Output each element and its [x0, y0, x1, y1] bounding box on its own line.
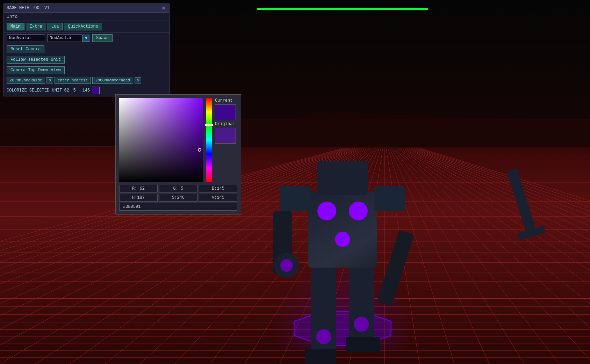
tab-extra[interactable]: Extra [26, 23, 46, 30]
color-swatch[interactable] [92, 87, 100, 94]
g-value[interactable]: G: 5 [159, 185, 197, 192]
tabs-row: Main Extra Lua QuickActions [4, 21, 169, 32]
b-value[interactable]: B:145 [199, 185, 237, 192]
unit1-s-button[interactable]: s [46, 77, 53, 83]
colorize-g: 5 [73, 88, 80, 93]
current-label: Current [215, 98, 237, 103]
enter-nearest-button[interactable]: enter nearest [55, 77, 91, 84]
hue-cursor [205, 124, 213, 126]
s-value[interactable]: S:246 [159, 194, 197, 202]
colorize-b: 145 [82, 88, 90, 93]
tool-titlebar: SAGE-META-TOOL V1 ✕ [4, 4, 169, 13]
tool-window: SAGE-META-TOOL V1 ✕ Info Main Extra Lua … [3, 3, 170, 96]
hue-bar[interactable] [206, 98, 212, 182]
hex-row: #3E0591 [119, 203, 237, 211]
preview-current [215, 104, 236, 120]
reset-camera-button[interactable]: Reset Camera [7, 45, 44, 53]
v-value[interactable]: V:145 [199, 194, 237, 202]
picker-values: R: 62 G: 5 B:145 H:187 S:246 V:145 [119, 185, 237, 202]
color-picker: Current Original R: 62 G: 5 B:145 H:187 … [115, 94, 241, 214]
tab-main[interactable]: Main [7, 23, 24, 30]
camera-top-button[interactable]: Camera Top Down View [7, 66, 65, 74]
hex-value[interactable]: #3E0591 [119, 203, 237, 211]
preview-original [215, 128, 236, 144]
spawn-dropdown-wrapper: ▼ [47, 34, 90, 42]
spawn-field1[interactable] [7, 34, 45, 42]
spawn-field2[interactable] [47, 34, 82, 42]
rgb-row: R: 62 G: 5 B:145 [119, 185, 237, 192]
gradient-brightness [119, 98, 203, 182]
colorize-label: COLORIZE SELECTED UNIT [7, 88, 62, 93]
follow-unit-button[interactable]: Follow selected Unit [7, 56, 65, 64]
h-value[interactable]: H:187 [119, 194, 158, 202]
spawn-button[interactable]: Spawn [92, 34, 113, 42]
progress-bar [257, 8, 428, 10]
colorize-r: 62 [64, 88, 71, 93]
follow-unit-row: Follow selected Unit [4, 54, 169, 65]
unit1-button[interactable]: ZOCOMZoneRaide [7, 77, 45, 84]
gradient-box[interactable] [119, 98, 203, 182]
unit-row: ZOCOMZoneRaide s enter nearest ZOCOMHamm… [4, 75, 169, 85]
camera-top-row: Camera Top Down View [4, 65, 169, 75]
spawn-row: ▼ Spawn [4, 32, 169, 44]
hsv-row: H:187 S:246 V:145 [119, 194, 237, 202]
picker-right: Current Original [215, 98, 237, 182]
info-bar: Info [4, 13, 169, 21]
spawn-dropdown-arrow[interactable]: ▼ [82, 35, 90, 42]
picker-main: Current Original [119, 98, 237, 182]
tab-lua[interactable]: Lua [48, 23, 63, 30]
info-label: Info [7, 14, 17, 19]
unit2-s-button[interactable]: s [135, 77, 141, 83]
tool-title: SAGE-META-TOOL V1 [7, 6, 49, 10]
r-value[interactable]: R: 62 [119, 185, 158, 192]
close-button[interactable]: ✕ [161, 5, 166, 11]
tab-quickactions[interactable]: QuickActions [64, 23, 102, 30]
original-label: Original [215, 122, 237, 126]
reset-camera-row: Reset Camera [4, 44, 169, 54]
unit2-button[interactable]: ZOCOMHammerhead [92, 77, 133, 84]
